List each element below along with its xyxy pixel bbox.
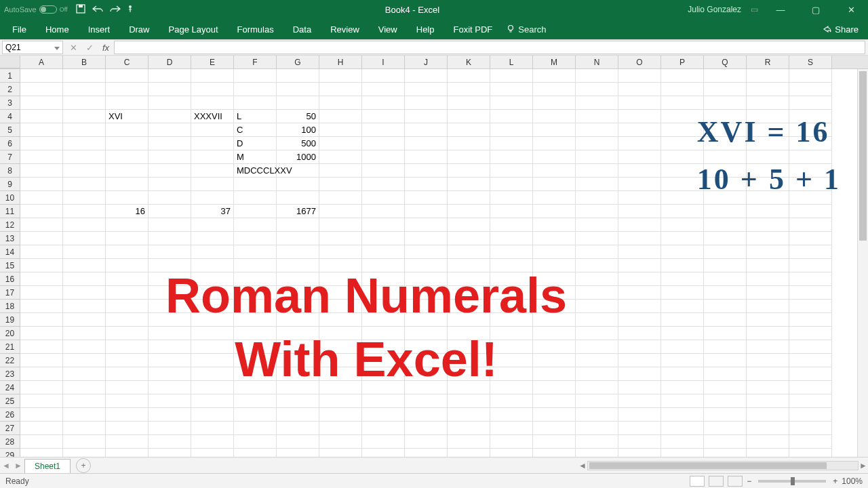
cell-I13[interactable]	[362, 232, 405, 245]
cell-P19[interactable]	[661, 313, 704, 327]
cell-G12[interactable]	[277, 218, 319, 232]
cell-G26[interactable]	[277, 408, 319, 422]
cell-H2[interactable]	[319, 83, 362, 96]
cell-J12[interactable]	[405, 218, 448, 232]
row-header[interactable]: 22	[0, 354, 20, 367]
cell-D8[interactable]	[149, 164, 191, 178]
cell-K8[interactable]	[448, 164, 490, 178]
zoom-out-button[interactable]: −	[747, 476, 751, 486]
cell-R1[interactable]	[747, 69, 789, 83]
cell-E1[interactable]	[191, 69, 234, 83]
tab-file[interactable]: File	[3, 19, 36, 39]
cell-D21[interactable]	[149, 340, 191, 354]
cell-K25[interactable]	[448, 394, 490, 408]
cell-Q16[interactable]	[704, 272, 747, 286]
cell-R17[interactable]	[747, 286, 789, 300]
hscroll-right-icon[interactable]: ►	[859, 461, 868, 470]
horizontal-scrollbar[interactable]: ◄ ►	[578, 458, 868, 473]
cell-P12[interactable]	[661, 218, 704, 232]
cell-A3[interactable]	[20, 96, 63, 110]
cell-Q14[interactable]	[704, 245, 747, 259]
row-header[interactable]: 3	[0, 96, 20, 110]
cell-Q24[interactable]	[704, 381, 747, 394]
cell-R10[interactable]	[747, 191, 789, 205]
cell-S8[interactable]	[789, 164, 832, 178]
cell-C5[interactable]	[106, 123, 149, 137]
hscroll-track[interactable]	[587, 461, 859, 470]
cell-F7[interactable]: M	[234, 150, 277, 164]
cell-Q19[interactable]	[704, 313, 747, 327]
cell-B13[interactable]	[63, 232, 106, 245]
cell-K18[interactable]	[448, 300, 490, 313]
cell-R13[interactable]	[747, 232, 789, 245]
sheet-tab-1[interactable]: Sheet1	[24, 459, 71, 473]
cell-J7[interactable]	[405, 150, 448, 164]
cell-J13[interactable]	[405, 232, 448, 245]
cell-E22[interactable]	[191, 354, 234, 367]
cell-F20[interactable]	[234, 327, 277, 340]
cell-J5[interactable]	[405, 123, 448, 137]
cell-J10[interactable]	[405, 191, 448, 205]
cell-S13[interactable]	[789, 232, 832, 245]
cell-M3[interactable]	[533, 96, 576, 110]
cell-O10[interactable]	[618, 191, 661, 205]
cell-J24[interactable]	[405, 381, 448, 394]
cell-N17[interactable]	[576, 286, 618, 300]
cell-F19[interactable]	[234, 313, 277, 327]
save-icon[interactable]	[76, 4, 85, 16]
cell-O20[interactable]	[618, 327, 661, 340]
tab-draw[interactable]: Draw	[119, 19, 159, 39]
cell-L18[interactable]	[490, 300, 533, 313]
cell-R6[interactable]	[747, 137, 789, 150]
cell-O25[interactable]	[618, 394, 661, 408]
cell-P16[interactable]	[661, 272, 704, 286]
row-header[interactable]: 20	[0, 327, 20, 340]
cell-G11[interactable]: 1677	[277, 205, 319, 218]
cell-P6[interactable]	[661, 137, 704, 150]
cell-L14[interactable]	[490, 245, 533, 259]
cell-N6[interactable]	[576, 137, 618, 150]
cell-I24[interactable]	[362, 381, 405, 394]
cell-F8[interactable]: MDCCCLXXV	[234, 164, 277, 178]
cell-A7[interactable]	[20, 150, 63, 164]
cell-A21[interactable]	[20, 340, 63, 354]
cell-R9[interactable]	[747, 178, 789, 191]
cell-I23[interactable]	[362, 367, 405, 381]
cell-J26[interactable]	[405, 408, 448, 422]
cell-M19[interactable]	[533, 313, 576, 327]
view-normal-icon[interactable]	[690, 476, 705, 487]
cell-S24[interactable]	[789, 381, 832, 394]
enter-formula-icon[interactable]: ✓	[81, 43, 98, 53]
cell-B28[interactable]	[63, 435, 106, 449]
cell-M1[interactable]	[533, 69, 576, 83]
cell-H15[interactable]	[319, 259, 362, 272]
cell-F18[interactable]	[234, 300, 277, 313]
cell-D11[interactable]	[149, 205, 191, 218]
cell-P13[interactable]	[661, 232, 704, 245]
cell-H11[interactable]	[319, 205, 362, 218]
cell-L8[interactable]	[490, 164, 533, 178]
cell-H18[interactable]	[319, 300, 362, 313]
cell-B4[interactable]	[63, 110, 106, 123]
cell-N19[interactable]	[576, 313, 618, 327]
cell-Q8[interactable]	[704, 164, 747, 178]
cell-G14[interactable]	[277, 245, 319, 259]
tab-home[interactable]: Home	[36, 19, 79, 39]
cell-F21[interactable]	[234, 340, 277, 354]
cell-A2[interactable]	[20, 83, 63, 96]
cell-Q27[interactable]	[704, 422, 747, 435]
cell-J29[interactable]	[405, 449, 448, 457]
cell-I14[interactable]	[362, 245, 405, 259]
row-header[interactable]: 14	[0, 245, 20, 259]
cell-O12[interactable]	[618, 218, 661, 232]
cell-S19[interactable]	[789, 313, 832, 327]
cell-P22[interactable]	[661, 354, 704, 367]
cell-P11[interactable]	[661, 205, 704, 218]
cell-L16[interactable]	[490, 272, 533, 286]
cell-M5[interactable]	[533, 123, 576, 137]
cell-I12[interactable]	[362, 218, 405, 232]
cell-G22[interactable]	[277, 354, 319, 367]
cell-D12[interactable]	[149, 218, 191, 232]
cell-L5[interactable]	[490, 123, 533, 137]
cell-A22[interactable]	[20, 354, 63, 367]
